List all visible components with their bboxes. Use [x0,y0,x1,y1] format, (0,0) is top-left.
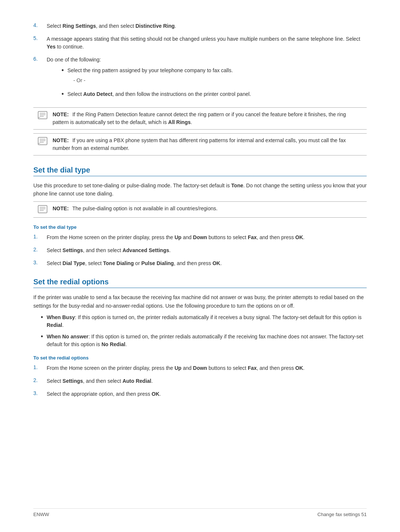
redial-bullets: • When Busy: If this option is turned on… [41,314,367,348]
redial-step-2: 2. Select Settings, and then select Auto… [33,377,367,385]
step-6: 6. Do one of the following: • Select the… [33,56,367,102]
bullet-dot-2: • [61,90,67,98]
bullet-1-text: Select the ring pattern assigned by your… [67,67,367,87]
note-ring-pattern: NOTE: If the Ring Pattern Detection feat… [33,107,367,130]
redial-step-3: 3. Select the appropriate option, and th… [33,390,367,398]
section-redial-title: Set the redial options [33,278,367,288]
footer: ENWW Change fax settings 51 [33,508,367,517]
redial-bullet-2-text: When No answer: If this option is turned… [47,333,367,348]
redial-step-1-num: 1. [33,364,47,370]
step-6-num: 6. [33,56,47,62]
footer-left: ENWW [33,512,49,517]
redial-step-2-text: Select Settings, and then select Auto Re… [47,377,367,385]
svg-rect-8 [38,205,47,213]
dial-steps: 1. From the Home screen on the printer d… [33,234,367,267]
redial-bullet-1: • When Busy: If this option is turned on… [41,314,367,329]
section-redial-body: If the printer was unable to send a fax … [33,293,367,310]
dial-step-2: 2. Select Settings, and then select Adva… [33,247,367,254]
redial-steps: 1. From the Home screen on the printer d… [33,364,367,398]
redial-bullet-dot-1: • [41,314,47,322]
bullet-2: • Select Auto Detect, and then follow th… [61,90,367,98]
step-6-text: Do one of the following: • Select the ri… [47,56,367,102]
dial-step-1-text: From the Home screen on the printer disp… [47,234,367,241]
note-svg-1 [38,111,47,119]
dial-step-2-num: 2. [33,247,47,252]
dial-step-3-text: Select Dial Type, select Tone Dialing or… [47,260,367,267]
step-5-text: A message appears stating that this sett… [47,35,367,51]
dial-step-2-text: Select Settings, and then select Advance… [47,247,367,254]
note-icon-3 [38,205,50,214]
note-svg-3 [38,205,47,213]
redial-bullet-1-text: When Busy: If this option is turned on, … [47,314,367,329]
redial-step-3-num: 3. [33,390,47,396]
dial-step-3: 3. Select Dial Type, select Tone Dialing… [33,260,367,267]
svg-rect-4 [38,137,47,145]
step-5: 5. A message appears stating that this s… [33,35,367,51]
redial-step-2-num: 2. [33,377,47,383]
redial-step-1-text: From the Home screen on the printer disp… [47,364,367,372]
sub-heading-redial: To set the redial options [33,355,367,361]
step-6-bullets: • Select the ring pattern assigned by yo… [61,67,367,98]
bullet-1: • Select the ring pattern assigned by yo… [61,67,367,87]
redial-step-1: 1. From the Home screen on the printer d… [33,364,367,372]
dial-step-3-num: 3. [33,260,47,265]
section-dial-body: Use this procedure to set tone-dialing o… [33,181,367,198]
note-1-text: NOTE: If the Ring Pattern Detection feat… [53,111,362,126]
sub-heading-dial: To set the dial type [33,224,367,230]
note-icon-2 [38,137,50,146]
bullet-2-text: Select Auto Detect, and then follow the … [67,90,367,98]
dial-step-1-num: 1. [33,234,47,240]
note-icon-1 [38,111,50,120]
redial-bullet-dot-2: • [41,333,47,341]
dial-step-1: 1. From the Home screen on the printer d… [33,234,367,241]
note-3-text: NOTE: The pulse-dialing option is not av… [53,205,362,213]
section-dial-title: Set the dial type [33,166,367,176]
step-4: 4. Select Ring Settings, and then select… [33,22,367,30]
note-2-text: NOTE: If you are using a PBX phone syste… [53,137,362,152]
footer-right: Change fax settings 51 [317,512,367,517]
or-line: - Or - [73,77,367,84]
bullet-dot-1: • [61,67,67,75]
redial-bullet-2: • When No answer: If this option is turn… [41,333,367,348]
svg-rect-0 [38,111,47,119]
top-steps: 4. Select Ring Settings, and then select… [33,22,367,102]
step-4-text: Select Ring Settings, and then select Di… [47,22,367,30]
note-pulse-dialing: NOTE: The pulse-dialing option is not av… [33,201,367,218]
step-4-num: 4. [33,22,47,28]
note-svg-2 [38,137,47,145]
step-5-num: 5. [33,35,47,41]
page: 4. Select Ring Settings, and then select… [0,0,400,433]
note-pbx: NOTE: If you are using a PBX phone syste… [33,133,367,155]
redial-step-3-text: Select the appropriate option, and then … [47,390,367,398]
